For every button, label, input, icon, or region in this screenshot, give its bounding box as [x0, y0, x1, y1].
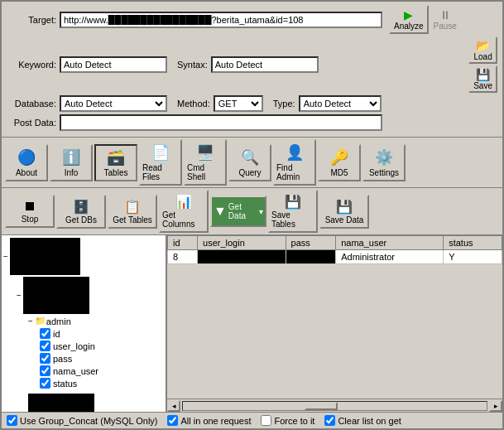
- tree-field-user-login[interactable]: user_login: [3, 340, 164, 352]
- get-columns-icon: 📊: [175, 194, 192, 210]
- force-to-it-item[interactable]: Force to it: [261, 415, 314, 426]
- tree-field-user-login-checkbox[interactable]: [40, 341, 50, 351]
- tree-field-pass[interactable]: pass: [3, 352, 164, 365]
- get-data-dropdown-arrow[interactable]: ▾: [259, 207, 263, 216]
- scroll-right-arrow[interactable]: ▸: [489, 400, 502, 412]
- tree-field-id-label: id: [53, 329, 60, 339]
- query-button[interactable]: 🔍 Query: [228, 144, 271, 181]
- force-to-it-checkbox[interactable]: [261, 415, 271, 426]
- target-input[interactable]: [60, 12, 382, 28]
- keyword-syntax-row: Keyword: Syntax: 📂 Load 💾 Save: [7, 36, 497, 93]
- analyze-button[interactable]: ▶ Analyze: [389, 5, 429, 34]
- tree-admin-label: admin: [46, 316, 71, 326]
- save-tables-icon: 💾: [285, 194, 301, 210]
- analyze-icon: ▶: [404, 8, 413, 22]
- syntax-input[interactable]: [211, 56, 319, 73]
- analyze-pause-group: ▶ Analyze: [389, 5, 429, 34]
- settings-button[interactable]: ⚙️ Settings: [362, 144, 406, 181]
- cell-nama-user: Administrator: [336, 250, 444, 264]
- pause-button[interactable]: ⏸ Pause: [434, 8, 457, 31]
- save-tables-button[interactable]: 💾 Save Tables: [268, 190, 318, 233]
- col-id: id: [168, 236, 198, 250]
- table-body: 8 Administrator Y: [168, 250, 502, 264]
- tree-admin-item[interactable]: − 📁 admin: [3, 315, 164, 327]
- database-label: Database:: [7, 99, 56, 109]
- scroll-left-arrow[interactable]: ◂: [167, 400, 180, 412]
- tree-bottom-redacted-box: [28, 394, 94, 412]
- main-window: Target: ▶ Analyze ⏸ Pause Keyword: Synta…: [0, 0, 504, 430]
- target-row: Target: ▶ Analyze ⏸ Pause: [7, 5, 497, 34]
- find-admin-icon: 👤: [286, 143, 304, 162]
- get-tables-button[interactable]: 📋 Get Tables: [108, 195, 157, 229]
- scroll-track[interactable]: [182, 401, 487, 411]
- database-select[interactable]: Auto Detect: [60, 95, 167, 112]
- about-button[interactable]: 🔵 About: [5, 144, 48, 181]
- tree-sub-redacted[interactable]: −: [3, 276, 164, 315]
- load-save-group: 📂 Load 💾 Save: [468, 36, 497, 93]
- all-in-one-checkbox[interactable]: [167, 415, 178, 426]
- find-admin-button[interactable]: 👤 Find Admin: [273, 139, 316, 186]
- type-select[interactable]: Auto Detect: [299, 95, 382, 112]
- md5-icon: 🔑: [330, 148, 348, 167]
- table-row: 8 Administrator Y: [168, 250, 502, 264]
- tree-admin-expand[interactable]: −: [28, 316, 33, 326]
- tree-root-item[interactable]: −: [3, 237, 164, 276]
- use-group-concat-checkbox[interactable]: [7, 415, 17, 426]
- md5-button[interactable]: 🔑 MD5: [318, 144, 361, 181]
- pause-icon: ⏸: [439, 8, 451, 22]
- col-nama-user: nama_user: [336, 236, 444, 250]
- col-pass: pass: [286, 236, 336, 250]
- clear-list-checkbox[interactable]: [324, 415, 335, 426]
- cell-id: 8: [168, 250, 198, 264]
- col-status: status: [444, 236, 502, 250]
- tree-field-user-login-label: user_login: [53, 341, 95, 351]
- get-data-button[interactable]: ▼ Get Data ▾: [210, 196, 266, 227]
- tree-field-nama-user[interactable]: nama_user: [3, 365, 164, 377]
- info-button[interactable]: ℹ️ Info: [50, 144, 93, 181]
- tree-field-id[interactable]: id: [3, 327, 164, 340]
- read-files-button[interactable]: 📄 Read Files: [139, 139, 182, 186]
- save-icon: 💾: [476, 68, 490, 81]
- database-method-type-row: Database: Auto Detect Method: GET POST T…: [7, 95, 497, 112]
- all-in-one-item[interactable]: All in one request: [167, 415, 251, 426]
- tree-field-status[interactable]: status: [3, 377, 164, 389]
- keyword-input[interactable]: [60, 56, 167, 73]
- save-data-icon: 💾: [336, 199, 353, 215]
- force-to-it-label: Force to it: [274, 416, 314, 426]
- toolbar1: 🔵 About ℹ️ Info 🗃️ Tables 📄 Read Files 🖥…: [2, 138, 502, 188]
- tree-field-pass-checkbox[interactable]: [40, 353, 50, 364]
- horizontal-scrollbar[interactable]: ◂ ▸: [167, 399, 502, 412]
- table-header: id user_login pass nama_user status: [168, 236, 502, 250]
- post-data-input[interactable]: [60, 114, 382, 131]
- get-dbs-button[interactable]: 🗄️ Get DBs: [56, 195, 106, 229]
- cell-user-login: [198, 250, 286, 264]
- tree-field-nama-user-label: nama_user: [53, 366, 98, 376]
- save-data-button[interactable]: 💾 Save Data: [319, 195, 369, 229]
- tables-button[interactable]: 🗃️ Tables: [94, 144, 137, 181]
- target-label: Target:: [7, 15, 56, 25]
- method-select[interactable]: GET POST: [214, 95, 263, 112]
- tree-field-nama-user-checkbox[interactable]: [40, 365, 50, 376]
- tree-field-id-checkbox[interactable]: [40, 328, 50, 339]
- keyword-label: Keyword:: [7, 60, 56, 70]
- data-table: id user_login pass nama_user status 8: [167, 235, 502, 399]
- data-panel: id user_login pass nama_user status 8: [167, 235, 502, 412]
- clear-list-label: Clear list on get: [338, 416, 401, 426]
- clear-list-item[interactable]: Clear list on get: [324, 415, 401, 426]
- tree-bottom-redacted[interactable]: [3, 393, 164, 412]
- cmd-shell-button[interactable]: 🖥️ Cmd Shell: [184, 139, 227, 186]
- save-button[interactable]: 💾 Save: [468, 65, 497, 93]
- tree-sub-expand[interactable]: −: [17, 291, 22, 300]
- use-group-concat-label: Use Group_Concat (MySQL Only): [20, 416, 157, 426]
- stop-button[interactable]: ⏹ Stop: [5, 195, 55, 228]
- stop-icon: ⏹: [23, 199, 36, 214]
- scroll-thumb[interactable]: [305, 402, 338, 410]
- tree-root-expand[interactable]: −: [3, 252, 8, 261]
- get-columns-button[interactable]: 📊 Get Columns: [159, 190, 209, 233]
- col-user-login: user_login: [198, 236, 286, 250]
- get-data-icon: ▼: [214, 204, 227, 219]
- tree-sub-redacted-box: [23, 277, 89, 314]
- load-button[interactable]: 📂 Load: [468, 36, 497, 64]
- tree-field-status-checkbox[interactable]: [40, 378, 50, 389]
- use-group-concat-item[interactable]: Use Group_Concat (MySQL Only): [7, 415, 157, 426]
